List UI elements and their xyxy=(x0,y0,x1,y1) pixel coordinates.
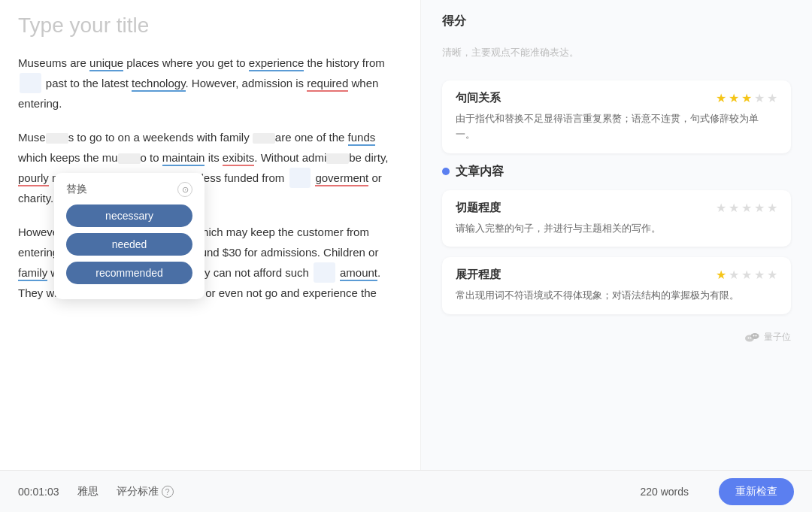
sentence-section-card: 句间关系 ★ ★ ★ ★ ★ 由于指代和替换不足显得语言重复累赘；语意不连贯，句… xyxy=(442,80,791,153)
word-amount: amount xyxy=(340,266,377,281)
expand-star-5: ★ xyxy=(767,268,777,282)
expand-section-header: 展开程度 ★ ★ ★ ★ ★ xyxy=(456,268,777,282)
sentence-section-header: 句间关系 ★ ★ ★ ★ ★ xyxy=(456,91,777,105)
word-gap-amount xyxy=(314,262,335,283)
word-required: required xyxy=(307,77,348,92)
paragraph-1: Museums are unique places where you get … xyxy=(18,53,402,114)
score-feedback: 清晰，主要观点不能准确表达。 xyxy=(442,40,791,65)
standard-label: 评分标准 xyxy=(117,485,159,498)
word-maintain: maintain xyxy=(162,151,205,166)
topic-star-1: ★ xyxy=(716,201,726,215)
expand-section-card: 展开程度 ★ ★ ★ ★ ★ 常出现用词不符语境或不得体现象；对语法结构的掌握极… xyxy=(442,257,791,314)
word-funds: funds xyxy=(348,131,376,146)
wechat-icon xyxy=(744,329,759,344)
article-section-title: 文章内容 xyxy=(442,164,791,180)
title-placeholder[interactable]: Type your title xyxy=(18,14,402,38)
popup-header: 替换 ⊙ xyxy=(66,182,192,197)
expand-section-desc: 常出现用词不符语境或不得体现象；对语法结构的掌握极为有限。 xyxy=(456,288,777,304)
popup-close-button[interactable]: ⊙ xyxy=(177,182,192,197)
star-4: ★ xyxy=(754,91,765,105)
svg-point-2 xyxy=(748,338,750,339)
suggestion-recommended[interactable]: recommended xyxy=(66,262,192,284)
expand-section-name: 展开程度 xyxy=(456,268,501,282)
topic-section-card: 切题程度 ★ ★ ★ ★ ★ 请输入完整的句子，并进行与主题相关的写作。 xyxy=(442,190,791,247)
svg-point-5 xyxy=(756,335,757,337)
topic-section-desc: 请输入完整的句子，并进行与主题相关的写作。 xyxy=(456,221,777,237)
sentence-section-desc: 由于指代和替换不足显得语言重复累赘；语意不连贯，句式修辞较为单一。 xyxy=(456,111,777,143)
word-gap-goverment xyxy=(289,168,311,188)
standard-section[interactable]: 评分标准 ? xyxy=(117,485,174,498)
exam-type: 雅思 xyxy=(77,485,98,498)
right-panel: 得分 清晰，主要观点不能准确表达。 句间关系 ★ ★ ★ ★ ★ 由于指代和替换… xyxy=(421,0,812,470)
expand-star-2: ★ xyxy=(729,268,739,282)
topic-star-5: ★ xyxy=(767,201,777,215)
word-pourly: pourly xyxy=(18,171,49,186)
suggestion-needed[interactable]: needed xyxy=(66,233,192,256)
word-goverment: goverment xyxy=(315,171,368,186)
star-1: ★ xyxy=(716,91,726,105)
watermark-text: 量子位 xyxy=(764,331,791,344)
word-technology: technology xyxy=(132,77,185,92)
topic-star-3: ★ xyxy=(741,201,752,215)
suggestion-necessary[interactable]: necessary xyxy=(66,204,192,227)
star-3: ★ xyxy=(741,91,752,105)
topic-star-4: ★ xyxy=(754,201,765,215)
word-unique: unique xyxy=(89,56,123,71)
sentence-stars: ★ ★ ★ ★ ★ xyxy=(716,91,777,105)
left-panel: Type your title Museums are unique place… xyxy=(0,0,421,470)
word-exibits: exibits xyxy=(223,151,255,166)
score-title: 得分 xyxy=(442,14,791,29)
word-experience: experience xyxy=(249,56,304,71)
sentence-section-name: 句间关系 xyxy=(456,91,501,105)
article-title-text: 文章内容 xyxy=(456,164,504,180)
blue-dot-icon xyxy=(442,168,450,175)
expand-stars: ★ ★ ★ ★ ★ xyxy=(716,268,777,282)
expand-star-3: ★ xyxy=(741,268,752,282)
word-family: family xyxy=(18,266,47,281)
topic-section-header: 切题程度 ★ ★ ★ ★ ★ xyxy=(456,201,777,215)
svg-point-1 xyxy=(751,333,759,339)
bottom-bar: 00:01:03 雅思 评分标准 ? 220 words 重新检查 xyxy=(0,470,812,512)
topic-star-2: ★ xyxy=(729,201,739,215)
topic-section-name: 切题程度 xyxy=(456,201,501,215)
topic-stars: ★ ★ ★ ★ ★ xyxy=(716,201,777,215)
recheck-button[interactable]: 重新检查 xyxy=(719,478,794,505)
expand-star-1: ★ xyxy=(716,268,726,282)
timer: 00:01:03 xyxy=(18,486,59,498)
word-count: 220 words xyxy=(640,486,689,498)
star-5: ★ xyxy=(767,91,777,105)
replacement-popup: 替换 ⊙ necessary needed recommended xyxy=(54,173,205,299)
svg-point-4 xyxy=(753,335,755,337)
help-icon[interactable]: ? xyxy=(162,486,174,498)
expand-star-4: ★ xyxy=(754,268,765,282)
popup-title: 替换 xyxy=(66,183,87,196)
word-gap-past xyxy=(20,73,41,93)
star-2: ★ xyxy=(729,91,739,105)
watermark: 量子位 xyxy=(442,329,791,344)
svg-point-3 xyxy=(750,338,752,339)
